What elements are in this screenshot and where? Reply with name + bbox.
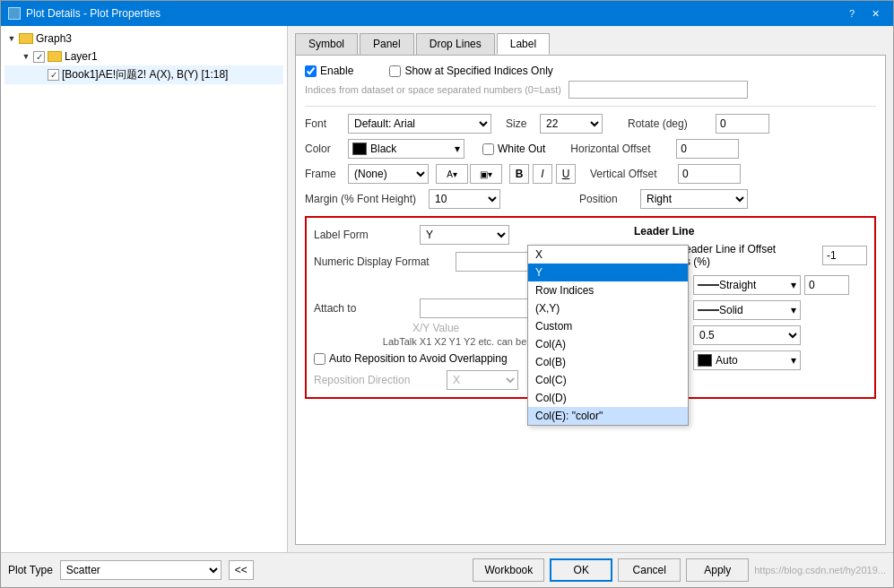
dropdown-item-y[interactable]: Y [528, 264, 688, 281]
color-label: Color [305, 143, 341, 155]
font-label: Font [305, 117, 341, 130]
dropdown-item-colb[interactable]: Col(B) [528, 353, 688, 371]
bold-button[interactable]: B [509, 164, 529, 184]
width-select[interactable]: 0.5 [693, 325, 801, 345]
tree-item-dataset[interactable]: [Book1]AE!问题2! A(X), B(Y) [1:18] [4, 65, 283, 84]
tree-label-layer1: Layer1 [65, 50, 98, 63]
style-line-preview [698, 309, 719, 311]
tab-drop-lines[interactable]: Drop Lines [416, 33, 495, 55]
cancel-button[interactable]: Cancel [618, 558, 681, 582]
connect-value: Straight [719, 279, 756, 291]
italic-button[interactable]: I [533, 164, 552, 184]
label-form-label: Label Form [314, 229, 412, 241]
indices-input[interactable] [569, 81, 748, 99]
h-offset-input[interactable] [676, 139, 739, 159]
ll-color-button[interactable]: Auto ▾ [693, 350, 801, 370]
tab-symbol[interactable]: Symbol [295, 33, 358, 55]
v-offset-input[interactable] [678, 164, 741, 184]
ll-color-swatch [698, 354, 712, 367]
style-dropdown-arrow: ▾ [791, 304, 796, 316]
watermark: https://blog.csdn.net/hy2019... [754, 565, 886, 575]
ndf-label: Numeric Display Format [314, 255, 448, 268]
style-value: Solid [719, 304, 743, 316]
label-form-dropdown: X Y Row Indices (X,Y) Custom Col(A) Col(… [527, 245, 689, 426]
dropdown-item-xy[interactable]: (X,Y) [528, 299, 688, 317]
paint-fill-btn[interactable]: ▣▾ [470, 164, 502, 184]
position-select[interactable]: Right [640, 189, 748, 209]
tree-label-dataset: [Book1]AE!问题2! A(X), B(Y) [1:18] [62, 67, 228, 82]
leader-line-header: Leader Line [634, 225, 867, 238]
enable-checkbox[interactable] [305, 65, 317, 77]
paint-color-btn[interactable]: A▾ [436, 164, 468, 184]
margin-select[interactable]: 10 [429, 189, 500, 209]
font-row: Font Default: Arial Size 22 Rotate (deg) [305, 114, 876, 134]
connect-input[interactable] [804, 275, 849, 295]
show-leader-input[interactable] [822, 246, 867, 265]
auto-reposition-label[interactable]: Auto Reposition to Avoid Overlapping [314, 352, 508, 365]
main-window: Plot Details - Plot Properties ? ✕ ▼ Gra… [0, 0, 894, 588]
checkbox-dataset[interactable] [48, 69, 59, 81]
rotate-label: Rotate (deg) [628, 117, 708, 130]
tab-label[interactable]: Label [497, 33, 550, 55]
expand-icon[interactable]: ▼ [4, 31, 19, 46]
enable-checkbox-label[interactable]: Enable [305, 65, 353, 77]
nav-prev-button[interactable]: << [229, 560, 254, 580]
auto-reposition-checkbox[interactable] [314, 353, 325, 365]
bottom-bar: Plot Type Scatter << Workbook OK Cancel … [1, 552, 893, 587]
apply-button[interactable]: Apply [686, 558, 749, 582]
plot-type-label: Plot Type [8, 564, 53, 576]
frame-row: Frame (None) A▾ ▣▾ B I U Vertical Offset [305, 164, 876, 184]
folder-icon [19, 33, 33, 44]
expand-icon-layer1[interactable]: ▼ [19, 49, 33, 64]
white-out-checkbox[interactable] [482, 143, 494, 155]
ll-color-dropdown-arrow: ▾ [791, 354, 796, 367]
font-select[interactable]: Default: Arial [348, 114, 491, 134]
dropdown-item-cold[interactable]: Col(D) [528, 389, 688, 407]
h-offset-label: Horizontal Offset [570, 143, 669, 155]
dropdown-item-custom[interactable]: Custom [528, 317, 688, 335]
folder-icon-layer1 [48, 51, 62, 62]
indices-row: Indices from dataset or space separated … [305, 81, 876, 99]
plot-type-select[interactable]: Scatter [60, 560, 221, 580]
tab-panel[interactable]: Panel [360, 33, 414, 55]
color-value: Black [370, 143, 396, 155]
enable-row: Enable Show at Specified Indices Only [305, 65, 876, 77]
dropdown-item-row-indices[interactable]: Row Indices [528, 281, 688, 299]
connect-select[interactable]: Straight ▾ [693, 275, 801, 295]
frame-label: Frame [305, 168, 341, 180]
show-specified-label[interactable]: Show at Specified Indices Only [389, 65, 552, 77]
size-select[interactable]: 22 [540, 114, 603, 134]
dropdown-item-cole[interactable]: Col(E): "color" [528, 407, 688, 425]
white-out-label[interactable]: White Out [482, 143, 545, 155]
show-specified-checkbox[interactable] [389, 65, 401, 77]
ok-button[interactable]: OK [550, 558, 612, 582]
tab-bar: Symbol Panel Drop Lines Label [295, 33, 886, 55]
red-box-section: Label Form Y X Y Row Indices [305, 216, 876, 399]
tree-panel: ▼ Graph3 ▼ Layer1 [Book1]AE!问题2! A(X), B… [1, 26, 288, 552]
help-button[interactable]: ? [841, 4, 863, 22]
bottom-right: Workbook OK Cancel Apply https://blog.cs… [473, 558, 886, 582]
window-title: Plot Details - Plot Properties [26, 7, 161, 20]
checkbox-layer1[interactable] [33, 51, 45, 63]
tree-item-graph3[interactable]: ▼ Graph3 [4, 30, 283, 48]
margin-label: Margin (% Font Height) [305, 193, 421, 205]
color-button[interactable]: Black ▾ [348, 139, 464, 159]
color-swatch [352, 143, 367, 155]
frame-select[interactable]: (None) [348, 164, 429, 184]
main-content: ▼ Graph3 ▼ Layer1 [Book1]AE!问题2! A(X), B… [1, 26, 893, 552]
underline-button[interactable]: U [556, 164, 576, 184]
dropdown-item-colc[interactable]: Col(C) [528, 371, 688, 389]
workbook-button[interactable]: Workbook [473, 558, 544, 582]
indices-hint: Indices from dataset or space separated … [305, 84, 561, 95]
rotate-input[interactable] [716, 114, 769, 134]
style-select[interactable]: Solid ▾ [693, 300, 801, 320]
dropdown-item-cola[interactable]: Col(A) [528, 335, 688, 353]
label-form-select[interactable]: Y [420, 225, 509, 245]
tree-item-layer1[interactable]: ▼ Layer1 [4, 48, 283, 65]
dropdown-item-x[interactable]: X [528, 246, 688, 264]
reposition-dir-select[interactable]: X [447, 370, 518, 390]
close-button[interactable]: ✕ [864, 4, 886, 22]
color-dropdown-arrow: ▾ [455, 143, 460, 155]
app-icon [8, 7, 21, 20]
tab-content-label: Enable Show at Specified Indices Only In… [295, 55, 886, 545]
